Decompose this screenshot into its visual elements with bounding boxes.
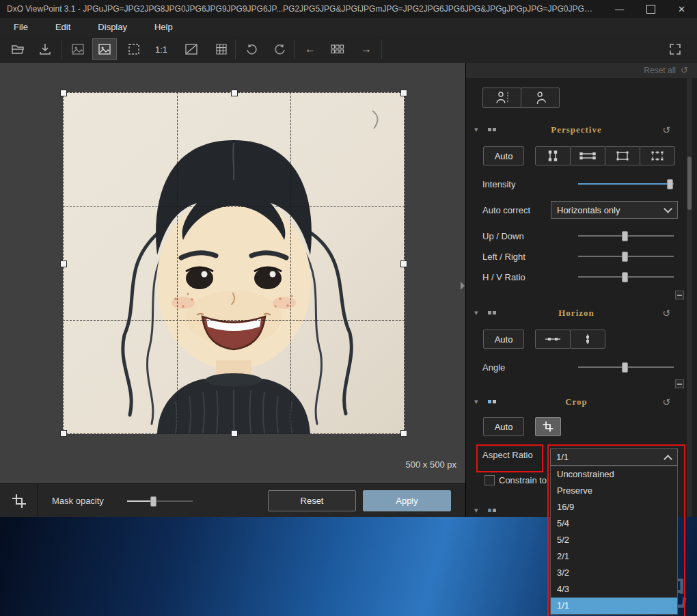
grid-button[interactable] xyxy=(209,38,234,60)
angle-slider[interactable] xyxy=(578,362,674,372)
aspect-option[interactable]: 5/4 xyxy=(551,515,677,532)
mask-opacity-slider[interactable] xyxy=(127,496,193,506)
reset-all-label[interactable]: Reset all xyxy=(644,66,676,75)
horizon-expand-box[interactable] xyxy=(675,379,684,388)
slider-thumb[interactable] xyxy=(622,272,628,282)
fullscreen-button[interactable] xyxy=(663,38,687,60)
arrow-right-icon: → xyxy=(361,43,372,55)
panel-collapse-handle[interactable] xyxy=(461,282,465,290)
perspective-undo-icon[interactable]: ↺ xyxy=(662,124,670,135)
image-canvas[interactable]: 500 x 500 px xyxy=(0,63,466,483)
image-corrected-icon xyxy=(98,42,111,56)
rotate-right-button[interactable] xyxy=(268,38,292,60)
hide-correction-button[interactable] xyxy=(179,38,204,60)
aspect-option[interactable]: Unconstrained xyxy=(551,466,677,483)
slider-thumb[interactable] xyxy=(622,252,628,262)
zoom-ratio-button[interactable]: 1:1 xyxy=(149,38,174,60)
crop-preview-button[interactable] xyxy=(122,38,146,60)
photo-preview xyxy=(63,92,405,434)
aspect-option[interactable]: 3/2 xyxy=(551,565,677,581)
keystone-horizontal-icon xyxy=(579,150,597,161)
crop-undo-icon[interactable]: ↺ xyxy=(662,397,670,407)
rotate-left-button[interactable] xyxy=(239,38,264,60)
auto-correct-dropdown[interactable]: Horizontals only xyxy=(551,201,678,219)
collapse-triangle-icon[interactable]: ▾ xyxy=(474,506,478,515)
selection-marquee-icon xyxy=(127,42,141,56)
volume-correction-horizontal-button[interactable] xyxy=(521,88,560,108)
left-right-slider[interactable] xyxy=(578,251,674,261)
crop-handle-se[interactable] xyxy=(400,430,407,437)
slider-fill xyxy=(578,183,668,185)
auto-correct-value: Horizontals only xyxy=(557,205,620,215)
bottom-bar-separator xyxy=(37,484,38,518)
next-image-button[interactable]: → xyxy=(354,38,379,60)
aspect-option[interactable]: 4/3 xyxy=(551,581,677,598)
keystone-vertical-icon xyxy=(544,150,562,161)
open-file-button[interactable] xyxy=(5,38,30,60)
panel-scrollbar[interactable] xyxy=(687,78,692,517)
export-button[interactable] xyxy=(33,38,57,60)
menu-file[interactable]: File xyxy=(0,18,42,36)
toolbar: 1:1 ← → xyxy=(0,36,697,64)
constrain-checkbox[interactable] xyxy=(484,475,495,485)
slider-thumb[interactable] xyxy=(622,362,628,373)
minimize-button[interactable]: — xyxy=(604,0,635,18)
horizon-level-tool-button[interactable] xyxy=(535,330,571,349)
crop-auto-button[interactable]: Auto xyxy=(483,417,524,436)
crop-mask-icon[interactable] xyxy=(11,493,27,509)
aspect-ratio-dropdown[interactable]: 1/1 xyxy=(550,448,678,466)
apply-button[interactable]: Apply xyxy=(363,490,451,511)
slider-thumb[interactable] xyxy=(150,496,156,507)
horizon-vertical-tool-button[interactable] xyxy=(570,330,605,349)
maximize-button[interactable] xyxy=(636,0,666,18)
aspect-option-selected[interactable]: 1/1 xyxy=(551,598,677,614)
toolbar-separator xyxy=(294,40,295,59)
horizon-undo-icon[interactable]: ↺ xyxy=(662,308,670,319)
menu-display[interactable]: Display xyxy=(84,18,141,36)
crop-handle-w[interactable] xyxy=(60,260,67,267)
crop-handle-s[interactable] xyxy=(231,430,238,437)
menu-help[interactable]: Help xyxy=(141,18,187,36)
up-down-slider[interactable] xyxy=(578,230,674,241)
window-title: DxO ViewPoint 3.1 - JPGuJPG=JPG2JPG8JPG0… xyxy=(0,4,594,14)
eight-point-tool-button[interactable] xyxy=(640,146,675,165)
perspective-section-header[interactable]: ▾ Perspective ↺ xyxy=(466,123,687,138)
slider-thumb[interactable] xyxy=(622,231,628,241)
crop-section-header[interactable]: ▾ Crop ↺ xyxy=(466,395,687,410)
reset-button[interactable]: Reset xyxy=(268,490,356,511)
image-browser-button[interactable] xyxy=(325,38,350,60)
folder-open-icon xyxy=(11,42,25,56)
crop-tool-button[interactable] xyxy=(535,417,561,436)
crop-handle-ne[interactable] xyxy=(400,90,407,96)
previous-image-button[interactable]: ← xyxy=(298,38,323,60)
crop-title: Crop xyxy=(466,397,687,407)
constrain-label: Constrain to xyxy=(499,475,547,485)
aspect-option[interactable]: 16/9 xyxy=(551,499,677,515)
crop-handle-n[interactable] xyxy=(231,90,238,96)
perspective-auto-button[interactable]: Auto xyxy=(483,146,524,165)
force-vertical-tool-button[interactable] xyxy=(535,146,571,165)
crop-grid-line xyxy=(63,320,405,321)
close-button[interactable]: ✕ xyxy=(666,0,697,18)
aspect-option[interactable]: Preserve xyxy=(551,483,677,499)
volume-correction-diagonal-button[interactable] xyxy=(482,88,521,108)
corrected-image-button[interactable] xyxy=(92,38,117,60)
intensity-slider[interactable] xyxy=(578,178,674,189)
reset-all-undo-icon[interactable]: ↺ xyxy=(681,65,688,75)
horizon-section-header[interactable]: ▾ Horizon ↺ xyxy=(466,306,687,321)
crop-handle-e[interactable] xyxy=(400,260,407,267)
menu-edit[interactable]: Edit xyxy=(42,18,84,36)
aspect-option[interactable]: 5/2 xyxy=(551,532,677,548)
compare-image-button[interactable] xyxy=(66,38,90,60)
contact-sheet-icon xyxy=(330,43,345,55)
slider-thumb[interactable] xyxy=(667,179,673,189)
force-horizontal-tool-button[interactable] xyxy=(570,146,605,165)
horizon-auto-button[interactable]: Auto xyxy=(483,330,524,349)
perspective-expand-box[interactable] xyxy=(675,291,684,299)
hv-ratio-slider[interactable] xyxy=(578,271,674,282)
crop-handle-sw[interactable] xyxy=(60,430,67,437)
scrollbar-thumb[interactable] xyxy=(687,157,692,210)
crop-handle-nw[interactable] xyxy=(60,90,67,96)
aspect-option[interactable]: 2/1 xyxy=(551,548,677,565)
force-rectangle-tool-button[interactable] xyxy=(605,146,640,165)
